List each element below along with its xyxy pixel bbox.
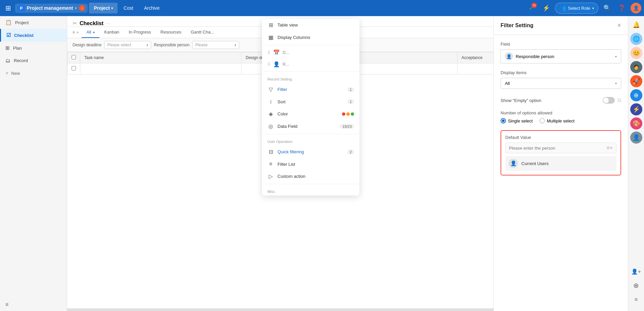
field-select-left: 👤 Responsible person <box>505 52 554 60</box>
filter-icon: ▽ <box>267 86 274 93</box>
avatar-1[interactable]: 🌐 <box>630 33 642 45</box>
custom-action-item[interactable]: ▷ Custom action <box>262 170 359 183</box>
data-field-icon: ◎ <box>267 123 274 129</box>
task-name-cell <box>80 63 242 74</box>
field-label: Field <box>501 42 621 47</box>
menu-icon-right[interactable]: ≡ <box>630 294 642 306</box>
sort-icon: ↕ <box>267 99 274 105</box>
add-tab-icon[interactable]: + <box>77 30 79 35</box>
nav-tab-archive[interactable]: Archive <box>139 3 165 13</box>
table-view-icon: ⊞ <box>267 22 274 28</box>
palette-icon[interactable]: 🎨 <box>630 117 642 129</box>
hamburger-icon[interactable]: ≡ <box>73 30 75 35</box>
filter-item[interactable]: ▽ Filter 1 <box>262 83 359 96</box>
filter-list-icon: ≡ <box>267 161 274 167</box>
copy-icon[interactable]: ⧉ <box>617 97 621 103</box>
current-users-option[interactable]: 👤 Current Users <box>505 156 616 171</box>
plan-icon: ⊞ <box>5 45 10 51</box>
multiple-select-option[interactable]: Multiple select <box>540 118 574 123</box>
default-value-section: Default Value ≡+ 👤 Current Users <box>501 130 621 175</box>
grid-icon[interactable]: ⊞ <box>3 3 14 13</box>
record-setting-title: Record Setting <box>262 73 359 83</box>
far-right-panel: 🔔 🌐 😊 🧑 🚀 ⊕ ⚡ 🎨 👤 👤+ ⊕ ≡ <box>628 16 644 311</box>
display-items-label: Display items <box>501 70 621 75</box>
sidebar-item-plan[interactable]: ⊞ Plan <box>0 42 67 54</box>
row-checkbox[interactable] <box>72 66 76 70</box>
quick-filter-row-1: ⠿ 📅 D... <box>262 47 359 58</box>
multiple-select-radio[interactable] <box>540 118 545 123</box>
more-icon[interactable]: ··· <box>106 20 111 27</box>
responsible-person-select[interactable]: Please ▾ <box>192 41 239 49</box>
single-select-option[interactable]: Single select <box>501 118 533 123</box>
panel-body: Field 👤 Responsible person ▾ Display ite… <box>494 35 628 311</box>
table-view-item[interactable]: ⊞ Table view <box>262 19 359 31</box>
tab-resources[interactable]: Resources <box>156 27 186 38</box>
filter-setting-panel: Filter Setting × Field 👤 Responsible per… <box>493 16 628 311</box>
add-circle-icon[interactable]: ⊕ <box>630 279 642 292</box>
color-item[interactable]: ◈ Color <box>262 108 359 120</box>
nav-tab-project[interactable]: Project ▾ <box>89 3 117 13</box>
person-icon: 👤 <box>505 52 513 60</box>
select-role-button[interactable]: 👥 Select Role ▾ <box>555 3 598 14</box>
help-icon[interactable]: ❓ <box>616 2 628 14</box>
sidebar-item-record[interactable]: 🗂 Record <box>0 54 67 67</box>
role-icon: 👥 <box>559 5 566 11</box>
user-avatar[interactable]: 👤 <box>631 3 641 13</box>
sidebar-item-checklist[interactable]: ☑ Checklist <box>0 29 67 42</box>
design-deadline-select[interactable]: Please select ▾ <box>104 41 151 49</box>
header-icon: ✂ <box>73 20 77 27</box>
design-deadline-label: Design deadline <box>73 43 101 47</box>
main-layout: 📋 Project ☑ Checklist ⊞ Plan 🗂 Record + … <box>0 16 644 311</box>
single-select-radio[interactable] <box>501 118 506 123</box>
select-all-checkbox[interactable] <box>72 55 76 59</box>
divider-4 <box>262 184 359 184</box>
color-icon: ◈ <box>267 111 274 117</box>
bell-icon[interactable]: 🔔 <box>630 19 642 31</box>
sidebar-item-project[interactable]: 📋 Project <box>0 16 67 29</box>
check-icon[interactable]: ✓ 76 <box>525 2 538 14</box>
sort-item[interactable]: ↕ Sort 1 <box>262 96 359 108</box>
app-logo[interactable]: P Project management ▾ i <box>15 4 88 13</box>
toggle-knob <box>603 98 609 103</box>
nav-tab-cost[interactable]: Cost <box>119 3 138 13</box>
divider-1 <box>262 45 359 45</box>
display-items-section: Display items All ▾ <box>501 70 621 89</box>
display-items-select[interactable]: All ▾ <box>501 78 621 89</box>
orange-icon[interactable]: 🚀 <box>630 75 642 87</box>
task-name-header: Task name <box>80 52 242 63</box>
close-button[interactable]: × <box>617 21 621 29</box>
search-icon[interactable]: 🔍 <box>601 2 613 14</box>
show-empty-toggle[interactable] <box>603 97 615 104</box>
list-add-icon[interactable]: ≡+ <box>606 145 613 151</box>
radio-group: Single select Multiple select <box>501 118 621 123</box>
tab-kanban[interactable]: Kanban <box>99 27 124 38</box>
tab-all[interactable]: All ▾ <box>82 27 99 38</box>
blue-icon[interactable]: ⊕ <box>630 89 642 101</box>
quick-filtering-item[interactable]: ⊟ Quick filtering 2 <box>262 146 359 158</box>
data-field-item[interactable]: ◎ Data Field 19/23 <box>262 120 359 133</box>
avatar-4[interactable]: 👤 <box>630 132 642 144</box>
display-columns-item[interactable]: ▦ Display Columns <box>262 31 359 44</box>
tab-gantt[interactable]: Gantt Cha... <box>186 27 219 38</box>
project-icon: 📋 <box>5 19 12 25</box>
tab-in-progress[interactable]: In Progress <box>124 27 156 38</box>
add-user-icon[interactable]: 👤+ <box>630 265 642 277</box>
lightning-icon-right[interactable]: ⚡ <box>630 103 642 115</box>
new-item-button[interactable]: + New <box>0 67 67 80</box>
show-empty-row: Show "Empty" option ⧉ <box>501 96 621 105</box>
dropdown-menu: ⊞ Table view ▦ Display Columns ⠿ 📅 D... … <box>262 19 359 196</box>
field-select[interactable]: 👤 Responsible person ▾ <box>501 49 621 63</box>
avatar-3[interactable]: 🧑 <box>630 61 642 73</box>
filter-list-item[interactable]: ≡ Filter List <box>262 158 359 170</box>
number-of-options-label: Number of options allowed <box>501 110 621 115</box>
dropdown-arrow: ▾ <box>75 6 77 10</box>
divider-2 <box>262 71 359 72</box>
avatar-2[interactable]: 😊 <box>630 47 642 59</box>
collapse-button[interactable]: ≡ <box>5 302 8 307</box>
default-value-label: Default Value <box>505 135 616 140</box>
lightning-icon[interactable]: ⚡ <box>540 2 552 14</box>
default-value-input[interactable] <box>509 146 606 151</box>
checklist-icon: ☑ <box>6 32 11 38</box>
app-name: Project management <box>27 5 73 11</box>
plus-icon: + <box>5 70 8 76</box>
